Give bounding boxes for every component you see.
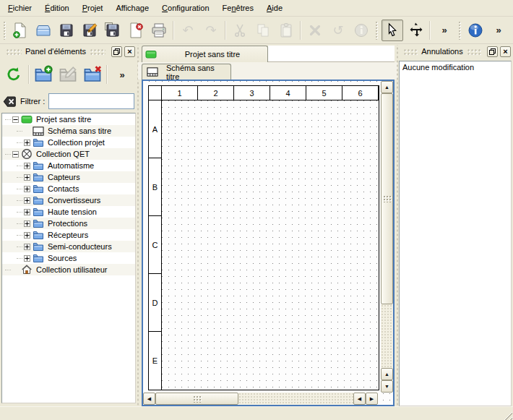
tree-item-sources[interactable]: Sources <box>2 252 135 264</box>
tree-item-protections[interactable]: Protections <box>2 218 135 229</box>
expand-icon[interactable] <box>24 232 30 239</box>
new-category-button[interactable] <box>33 63 56 86</box>
menu-affichage[interactable]: Affichage <box>109 1 155 15</box>
undo-button[interactable]: ↶ <box>177 20 199 41</box>
expand-icon[interactable] <box>24 186 30 192</box>
redo-button[interactable]: ↷ <box>200 20 222 41</box>
undo-list-item[interactable]: Aucune modification <box>402 63 508 72</box>
toolbar-grip[interactable] <box>458 21 462 40</box>
scroll-left-icon[interactable]: ◀ <box>143 393 155 405</box>
folder-icon <box>33 183 44 194</box>
menu-fichier[interactable]: Fichier <box>1 1 38 15</box>
copy-button[interactable] <box>252 20 274 41</box>
save-as-button[interactable] <box>79 20 100 41</box>
paste-button[interactable] <box>275 20 297 41</box>
tree-item-collection-projet[interactable]: Collection projet <box>2 137 135 148</box>
tab-project[interactable]: Projet sans titre <box>142 46 268 62</box>
about-qet-button[interactable] <box>465 20 486 41</box>
edit-category-button[interactable] <box>56 63 79 86</box>
toolbar-separator <box>28 65 30 84</box>
collapse-icon[interactable] <box>12 116 19 123</box>
tree-connector <box>17 235 22 236</box>
undo-dock-title: Annulations <box>421 47 463 56</box>
scroll-down-icon[interactable]: ▼ <box>381 380 393 393</box>
menu-configuration[interactable]: Configuration <box>155 1 215 15</box>
home-icon <box>21 264 33 275</box>
expand-icon[interactable] <box>24 174 30 181</box>
float-button[interactable] <box>487 46 498 57</box>
menu-aide[interactable]: Aide <box>260 1 289 15</box>
tree-item-semi-conducteurs[interactable]: Semi-conducteurs <box>2 241 135 252</box>
elements-panel-titlebar[interactable]: Panel d'éléments × <box>1 45 136 58</box>
toolbar-grip[interactable] <box>3 21 7 40</box>
tree-item-label: Sources <box>48 254 77 262</box>
tree-item-contacts[interactable]: Contacts <box>2 183 135 194</box>
menu-projet[interactable]: Projet <box>76 1 110 15</box>
tree-connector <box>5 270 11 270</box>
menu-fichier-post: ichier <box>13 4 32 12</box>
schema-canvas[interactable]: 123456ABCDE <box>143 81 393 405</box>
vscroll-thumb[interactable] <box>381 93 393 304</box>
expand-icon[interactable] <box>24 244 30 250</box>
undo-dock-titlebar[interactable]: Annulations × <box>399 45 512 58</box>
scroll-left-icon[interactable]: ◀ <box>353 393 366 405</box>
tree-item-schema-sans-titre[interactable]: Schéma sans titre <box>2 125 135 137</box>
expand-icon[interactable] <box>24 220 30 227</box>
filter-input[interactable] <box>48 93 134 109</box>
new-document-button[interactable] <box>9 20 31 41</box>
object-info-button[interactable] <box>350 20 372 41</box>
pan-mode-button[interactable] <box>405 20 426 41</box>
expand-icon[interactable] <box>24 255 30 262</box>
cut-button[interactable] <box>229 20 251 41</box>
hscroll-thumb[interactable] <box>155 393 238 405</box>
save-button[interactable] <box>56 20 77 41</box>
delete-button[interactable] <box>304 20 326 41</box>
tree-item-convertisseurs[interactable]: Convertisseurs <box>2 194 135 206</box>
expand-icon[interactable] <box>24 140 30 146</box>
clear-filter-button[interactable] <box>3 95 17 108</box>
resize-grip[interactable] <box>501 409 512 420</box>
reload-collections-button[interactable] <box>2 63 25 86</box>
tab-schema[interactable]: Schéma sans titre <box>142 64 231 80</box>
scroll-up-icon[interactable]: ▲ <box>381 368 393 380</box>
tree-item-label: Collection utilisateur <box>36 265 107 274</box>
tree-item-haute-tension[interactable]: Haute tension <box>2 206 135 218</box>
select-mode-button[interactable] <box>381 20 403 41</box>
folder-icon <box>33 171 44 183</box>
close-document-button[interactable] <box>125 20 147 41</box>
tree-item-recepteurs[interactable]: Récepteurs <box>2 229 135 241</box>
close-icon[interactable]: × <box>500 46 511 57</box>
schema-icon <box>147 67 158 78</box>
panel-overflow-button[interactable]: » <box>111 63 134 86</box>
tree-item-collection-qet[interactable]: Collection QET <box>2 148 135 160</box>
open-document-button[interactable] <box>33 20 54 41</box>
horizontal-scrollbar: ◀◀▶ <box>143 393 378 405</box>
print-button[interactable] <box>148 20 170 41</box>
tree-item-automatisme[interactable]: Automatisme <box>2 160 135 171</box>
tree-item-projet-sans-titre[interactable]: Projet sans titre <box>2 113 135 125</box>
vscroll-track[interactable] <box>381 304 393 368</box>
frame-column-header: 3 <box>234 86 270 100</box>
rotate-button[interactable]: ↺ <box>327 20 349 41</box>
expand-icon[interactable] <box>24 163 30 169</box>
left-splitter[interactable] <box>136 45 140 406</box>
dock-grip-texture <box>403 48 418 55</box>
expand-icon[interactable] <box>24 209 30 215</box>
hscroll-track[interactable] <box>238 393 353 405</box>
menu-edition[interactable]: Édition <box>38 1 76 15</box>
collapse-icon[interactable] <box>12 151 19 158</box>
expand-icon[interactable] <box>24 197 30 204</box>
float-button[interactable] <box>111 46 122 57</box>
scroll-up-icon[interactable]: ▲ <box>381 81 393 93</box>
close-icon[interactable]: × <box>124 46 135 57</box>
menu-fenetres[interactable]: Fenêtres <box>216 1 260 15</box>
overflow-editing-button[interactable]: » <box>434 20 455 41</box>
save-all-button[interactable] <box>102 20 124 41</box>
tree-item-capteurs[interactable]: Capteurs <box>2 171 135 183</box>
delete-category-button[interactable] <box>81 63 104 86</box>
tree-item-collection-utilisateur[interactable]: Collection utilisateur <box>2 264 135 275</box>
overflow-tools-button[interactable]: » <box>488 20 509 41</box>
scroll-right-icon[interactable]: ▶ <box>366 393 378 405</box>
tab-bar-empty-area <box>268 46 395 62</box>
toolbar-grip[interactable] <box>375 21 379 40</box>
